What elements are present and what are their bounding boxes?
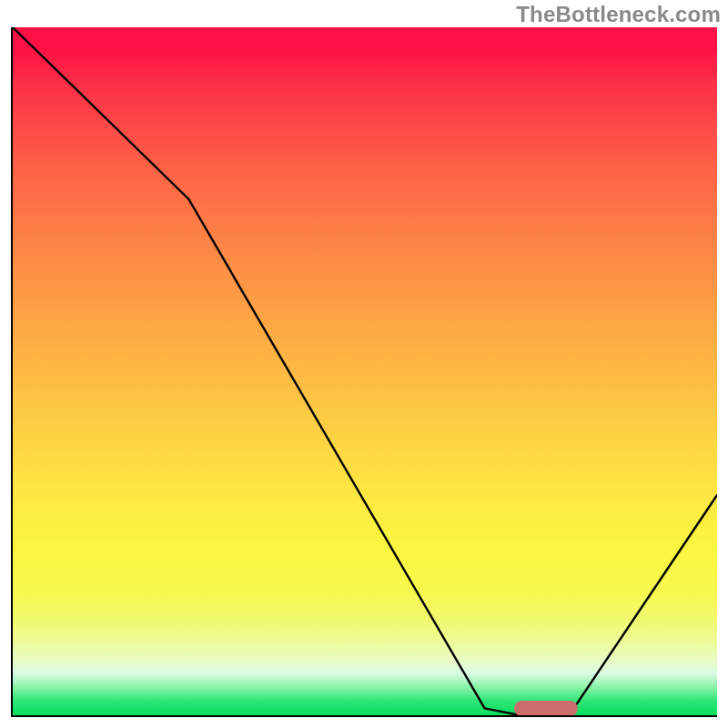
plot-area [11,27,717,717]
watermark-text: TheBottleneck.com [516,2,721,27]
optimal-marker [514,701,578,716]
bottleneck-curve [13,27,717,715]
chart-frame: TheBottleneck.com [0,0,728,728]
curve-path [13,27,717,715]
